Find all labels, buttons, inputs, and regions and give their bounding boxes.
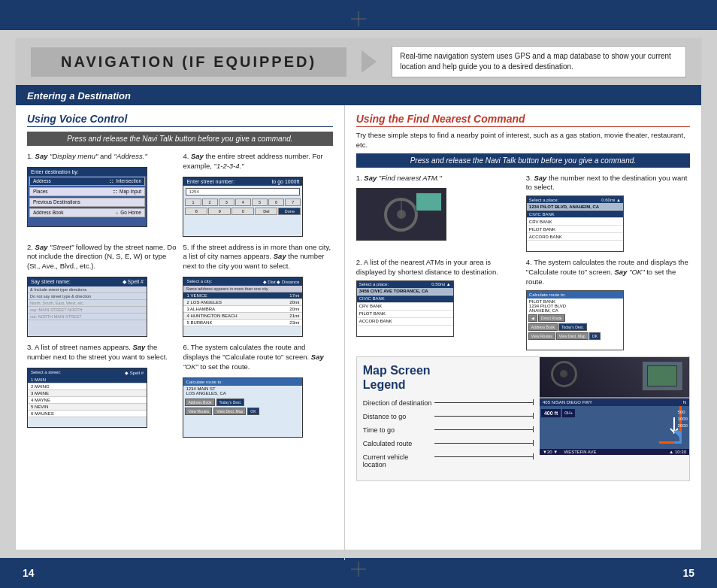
street-row-main[interactable]: 1 MAIN bbox=[28, 377, 147, 383]
calc-opt-routes[interactable]: View Routes bbox=[185, 408, 212, 415]
map-info-boxes: 400 ft 0H+ bbox=[540, 408, 576, 419]
nav-item-addr-book: Address Book ⌂ Go Home bbox=[29, 208, 145, 217]
calc-opt-ok[interactable]: OK bbox=[247, 408, 259, 415]
key-9[interactable]: 9 bbox=[208, 208, 231, 215]
legend-label-distance: Distance to go bbox=[363, 413, 434, 420]
say-row-2: Do not say street type & direction bbox=[28, 293, 147, 300]
legend-line-distance bbox=[434, 416, 533, 417]
select-pilot[interactable]: PILOT BANK bbox=[527, 226, 623, 233]
car-wheel bbox=[551, 361, 577, 387]
legend-vert-distance bbox=[533, 413, 534, 419]
say-row-4: say: MAIN STREET NORTH bbox=[28, 307, 147, 314]
key-done[interactable]: Done bbox=[278, 208, 301, 215]
street-row-mayne[interactable]: 4 MAYNE bbox=[28, 397, 147, 404]
page-num-left: 14 bbox=[23, 567, 35, 579]
calc-opt-addr-2[interactable]: ◀ bbox=[528, 314, 537, 322]
legend-item-direction: Direction of destination bbox=[363, 399, 534, 407]
screen-select-city: Select a city: ◆ Dist ◆ Distance Same ad… bbox=[183, 277, 303, 337]
nav-item-home-label: Go Home bbox=[120, 210, 141, 215]
city-row-la[interactable]: 2 LOS ANGELES20mi bbox=[183, 299, 302, 306]
calc-opt-map-2[interactable]: View Dest. Map bbox=[556, 332, 588, 340]
step-4-text: 4. Say the entire street address number.… bbox=[183, 152, 332, 171]
map-direction: 405 N/SAN DIEGO FWY bbox=[543, 400, 592, 405]
nav-item-places: Places ⛶ Map Input bbox=[29, 187, 145, 196]
say-row-1: & Include street type directions bbox=[28, 286, 147, 293]
calc-opt-ok-2[interactable]: OK bbox=[589, 332, 601, 340]
legend-line-vehicle bbox=[434, 456, 533, 457]
key-0[interactable]: 0 bbox=[231, 208, 254, 215]
city-header-note: ◆ Dist ◆ Distance bbox=[263, 279, 300, 284]
street-header: Select a street: ◆ Spell # bbox=[28, 368, 147, 377]
key-8[interactable]: 8 bbox=[185, 208, 207, 215]
legend-line-time bbox=[434, 429, 533, 430]
nav-screen-header: Enter destination by: bbox=[28, 168, 147, 176]
calc-opt-today[interactable]: Today's Dest. bbox=[216, 399, 245, 406]
key-1[interactable]: 1 bbox=[185, 199, 201, 206]
calc-opt-map[interactable]: View Dest. Map bbox=[213, 408, 246, 415]
map-info-bar: 405 N/SAN DIEGO FWY N bbox=[540, 399, 689, 406]
street-row-maing[interactable]: 2 MAING bbox=[28, 383, 147, 390]
map-time: ▲ 10:30 bbox=[669, 450, 686, 454]
calc-opt-addr[interactable]: Address Book bbox=[185, 399, 214, 406]
calc-opt-routes-2[interactable]: View Routes bbox=[528, 332, 555, 340]
street-row-nevin[interactable]: 5 NEVIN bbox=[28, 404, 147, 411]
street-header-icons: ◆ Spell # bbox=[125, 370, 144, 375]
nav-item-address: Address ⛶ Intersection bbox=[29, 177, 145, 186]
calc-opt-today-2[interactable]: Today's Dest. bbox=[558, 323, 587, 331]
calc-address: 1234 MAIN STLOS ANGELES, CA bbox=[183, 386, 302, 396]
nav-item-icon2: ⛶ bbox=[113, 189, 117, 194]
legend-label-route: Calculated route bbox=[363, 440, 434, 447]
legend-connector-route bbox=[434, 440, 534, 446]
legend-label-direction: Direction of destination bbox=[363, 399, 434, 407]
key-6[interactable]: 6 bbox=[268, 199, 284, 206]
select-pilot-2[interactable]: PILOT BANK bbox=[357, 311, 453, 318]
map-image-container: 405 N/SAN DIEGO FWY N 400 ft 0H+ bbox=[540, 357, 689, 455]
step-2-text: 2. Say "Street" followed by the street n… bbox=[27, 243, 177, 271]
key-del[interactable]: Del bbox=[255, 208, 277, 215]
nav-screen-enter-dest: Enter destination by: Address ⛶ Intersec… bbox=[28, 168, 147, 226]
key-5[interactable]: 5 bbox=[252, 199, 268, 206]
key-2[interactable]: 2 bbox=[202, 199, 218, 206]
legend-label-time: Time to go bbox=[363, 426, 434, 434]
calc-address-2: PILOT BANK1234 PILOT BLVDANAHEIM, CA bbox=[527, 299, 623, 314]
city-row-venice[interactable]: 1 VENICE17mi bbox=[183, 292, 302, 299]
nav-item-prev: Previous Destinations bbox=[29, 198, 145, 207]
calc-opt-direct[interactable]: Direct Route bbox=[538, 314, 565, 322]
city-screen: Select a city: ◆ Dist ◆ Distance Same ad… bbox=[183, 277, 302, 336]
key-4[interactable]: 4 bbox=[235, 199, 251, 206]
car-image-area bbox=[540, 357, 689, 399]
select-accord-2[interactable]: ACCORD BANK bbox=[357, 318, 453, 326]
main-content: NAVIGATION (if equipped) Real-time navig… bbox=[15, 38, 702, 550]
calc-opt-addrbook-2[interactable]: Address Book bbox=[528, 323, 558, 331]
select-civic[interactable]: CIVIC BANK bbox=[527, 211, 623, 218]
say-street-header: Say street name: ◆ Spell # bbox=[28, 277, 147, 286]
city-row-burbank[interactable]: 5 BURBANK23mi bbox=[183, 320, 302, 326]
street-row-maunes[interactable]: 6 MAUNES bbox=[28, 411, 147, 417]
select-place-screen-1: Select a place: 0.60mi ▲ 1234 PILOT BLVD… bbox=[526, 195, 624, 252]
right-command-bar: Press and release the Navi Talk button b… bbox=[356, 153, 690, 168]
select-crv[interactable]: CRV BANK bbox=[527, 218, 623, 226]
right-step-1-text: 1. Say "Find nearest ATM." bbox=[356, 174, 520, 183]
select-header-label-2: Select a place: bbox=[359, 282, 389, 286]
right-step-2: 2. A list of the nearest ATMs in your ar… bbox=[356, 258, 520, 350]
city-row-hb[interactable]: 4 HUNTINGTON BEACH21mi bbox=[183, 313, 302, 320]
left-steps-grid: 1. Say "Display menu" and "Address." Ent… bbox=[27, 152, 333, 438]
map-dist-box: 400 ft bbox=[541, 409, 561, 417]
city-row-alhambra[interactable]: 3 ALHAMBRA20mi bbox=[183, 306, 302, 313]
legend-item-time: Time to go bbox=[363, 426, 534, 434]
steering-wheel bbox=[384, 198, 418, 232]
legend-line-route bbox=[434, 443, 533, 444]
key-7[interactable]: 7 bbox=[285, 199, 301, 206]
select-crv-2[interactable]: CRV BANK bbox=[357, 303, 453, 311]
step-1: 1. Say "Display menu" and "Address." Ent… bbox=[27, 152, 177, 237]
calc-route-screen: Calculate route to: 1234 MAIN STLOS ANGE… bbox=[183, 378, 302, 437]
atm-bg bbox=[357, 189, 446, 240]
calc-options-2-row3: View Routes View Dest. Map OK bbox=[527, 332, 623, 341]
calc-route-screen-2: Calculate route to: PILOT BANK1234 PILOT… bbox=[526, 290, 624, 350]
street-num-input[interactable]: 1254 bbox=[186, 188, 300, 195]
select-accord[interactable]: ACCORD BANK bbox=[527, 233, 623, 241]
key-3[interactable]: 3 bbox=[219, 199, 234, 206]
select-civic-2[interactable]: CIVIC BANK bbox=[357, 296, 453, 303]
street-row-maine[interactable]: 3 MAINE bbox=[28, 390, 147, 397]
city-note: Same address appears in more than one ci… bbox=[183, 286, 302, 292]
